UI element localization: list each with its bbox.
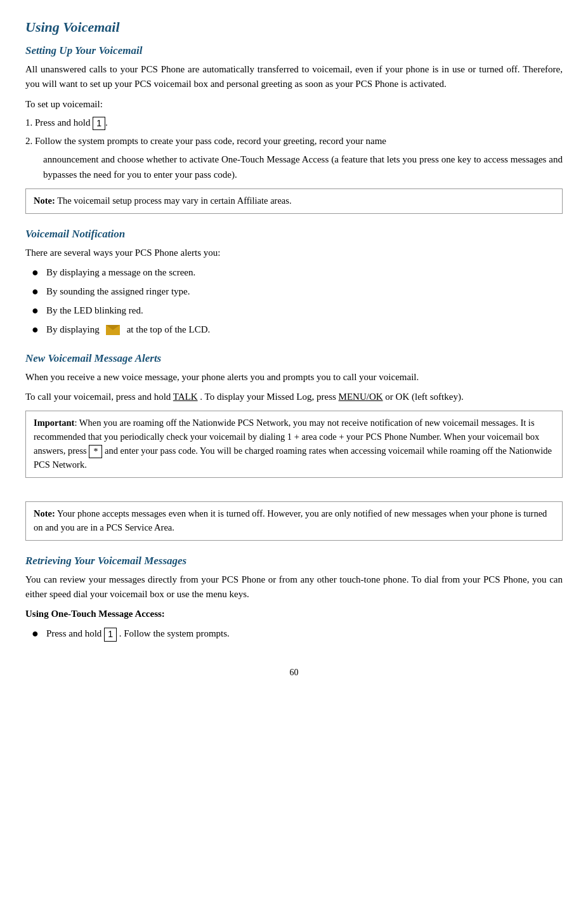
setting-up-note: Note: The voicemail setup process may va… xyxy=(25,188,563,214)
list-item: ● By displaying at the top of the LCD. xyxy=(32,322,563,338)
heading-retrieving: Retrieving Your Voicemail Messages xyxy=(25,555,563,567)
bullet-text: By sounding the assigned ringer type. xyxy=(46,284,190,299)
section-retrieving: Retrieving Your Voicemail Messages You c… xyxy=(25,555,563,643)
setting-up-note-label: Note: xyxy=(34,195,55,206)
bullet-text-with-icon: By displaying at the top of the LCD. xyxy=(46,322,210,337)
note-text-alerts: Your phone accepts messages even when it… xyxy=(34,508,547,532)
step2-label: 2. Follow the system prompts to create y… xyxy=(25,134,563,149)
bullet-dot: ● xyxy=(32,283,39,300)
retrieving-para1: You can review your messages directly fr… xyxy=(25,572,563,602)
section-voicemail-notification: Voicemail Notification There are several… xyxy=(25,228,563,338)
heading-new-alerts: New Voicemail Message Alerts xyxy=(25,352,563,365)
new-alerts-para1: When you receive a new voice message, yo… xyxy=(25,370,563,385)
bullet-text: By the LED blinking red. xyxy=(46,303,143,318)
setup-label: To set up voicemail: xyxy=(25,97,563,112)
list-item: ● By the LED blinking red. xyxy=(32,303,563,319)
page-number: 60 xyxy=(25,668,563,678)
important-box: Important: When you are roaming off the … xyxy=(25,411,563,478)
note-label-alerts: Note: xyxy=(34,508,55,518)
retrieving-subheading: Using One-Touch Message Access: xyxy=(25,607,563,621)
bullet-dot: ● xyxy=(32,321,39,338)
bullet-text: By displaying a message on the screen. xyxy=(46,265,195,280)
page-title: Using Voicemail xyxy=(25,19,563,36)
bullet-dot: ● xyxy=(32,264,39,281)
new-alerts-para2: To call your voicemail, press and hold T… xyxy=(25,390,563,404)
key-1-retrieving: 1 xyxy=(104,628,117,642)
star-key: * xyxy=(89,445,102,459)
talk-key: TALK xyxy=(173,392,198,402)
key-1-step1: 1 xyxy=(93,117,105,131)
bullet-dot: ● xyxy=(32,625,39,642)
retrieving-bullets: ● Press and hold 1 . Follow the system p… xyxy=(32,626,563,642)
retrieving-bullet1: Press and hold 1 . Follow the system pro… xyxy=(46,626,230,641)
note-box-alerts: Note: Your phone accepts messages even w… xyxy=(25,501,563,541)
heading-setting-up: Setting Up Your Voicemail xyxy=(25,44,563,57)
list-item: ● By displaying a message on the screen. xyxy=(32,265,563,281)
heading-voicemail-notification: Voicemail Notification xyxy=(25,228,563,241)
list-item: ● By sounding the assigned ringer type. xyxy=(32,284,563,300)
notification-bullets: ● By displaying a message on the screen.… xyxy=(32,265,563,338)
menu-ok-key: MENU/OK xyxy=(339,392,383,402)
bullet-dot: ● xyxy=(32,302,39,319)
notification-intro: There are several ways your PCS Phone al… xyxy=(25,246,563,260)
setting-up-intro: All unanswered calls to your PCS Phone a… xyxy=(25,62,563,92)
section-setting-up: Setting Up Your Voicemail All unanswered… xyxy=(25,44,563,214)
envelope-icon xyxy=(106,325,120,335)
step2-continuation: announcement and choose whether to activ… xyxy=(43,152,563,182)
step1: 1. Press and hold 1. xyxy=(25,116,563,130)
list-item: ● Press and hold 1 . Follow the system p… xyxy=(32,626,563,642)
setting-up-note-text: The voicemail setup process may vary in … xyxy=(57,195,291,206)
important-label: Important xyxy=(34,418,74,428)
section-new-alerts: New Voicemail Message Alerts When you re… xyxy=(25,352,563,541)
